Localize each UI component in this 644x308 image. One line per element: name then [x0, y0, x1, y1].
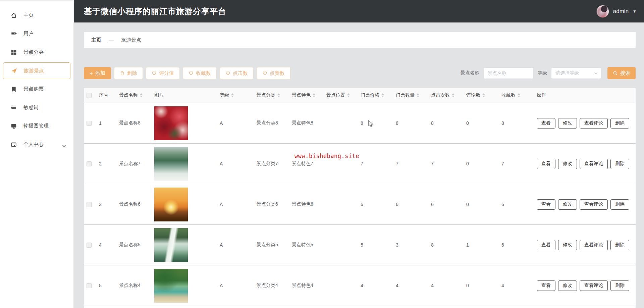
column-header-level[interactable]: 等级	[220, 92, 257, 98]
attraction-level: A	[220, 283, 257, 288]
table-row: 4 景点名称5 A 景点分类5 景点特色5 5 3 8 1 6 查看 修改 查看…	[84, 225, 636, 265]
delete-row-button[interactable]: 删除	[610, 280, 629, 291]
delete-row-button[interactable]: 删除	[610, 159, 629, 169]
delete-row-button[interactable]: 删除	[610, 118, 629, 129]
row-index: 2	[99, 161, 119, 166]
view-comments-button[interactable]: 查看评论	[580, 199, 608, 210]
view-comments-button[interactable]: 查看评论	[580, 240, 608, 250]
sidebar-item-tickets[interactable]: 景点购票	[0, 80, 73, 98]
column-header-price[interactable]: 门票价格	[361, 92, 396, 98]
click-count: 8	[431, 242, 466, 248]
view-comments-button[interactable]: 查看评论	[580, 159, 608, 169]
ticket-quantity: 4	[396, 283, 431, 288]
table-row: 3 景点名称6 A 景点分类6 景点特色6 6 6 6 0 6 查看 修改 查看…	[84, 184, 636, 225]
sidebar-item-users[interactable]: 用户	[0, 24, 73, 43]
clicks-sort-button[interactable]: 点击数	[220, 67, 254, 79]
view-button[interactable]: 查看	[537, 240, 555, 250]
trash-icon	[120, 71, 125, 76]
edit-button[interactable]: 修改	[558, 240, 577, 250]
favorites-sort-button[interactable]: 收藏数	[183, 67, 217, 79]
row-checkbox[interactable]	[87, 161, 92, 166]
table-row: 1 景点名称8 A 景点分类8 景点特色8 8 8 8 0 8 查看 修改 查看…	[84, 103, 636, 144]
attraction-level: A	[220, 161, 257, 166]
score-sort-button[interactable]: 评分值	[146, 67, 180, 79]
edit-button[interactable]: 修改	[558, 280, 577, 291]
add-button[interactable]: + 添加	[84, 67, 111, 79]
sidebar-item-home[interactable]: 主页	[0, 6, 73, 24]
sort-caret-icon[interactable]	[277, 93, 280, 97]
plus-icon: +	[90, 70, 93, 76]
sidebar-item-label: 敏感词	[23, 104, 39, 111]
view-button[interactable]: 查看	[537, 118, 555, 129]
view-button[interactable]: 查看	[537, 280, 555, 291]
click-count: 4	[431, 283, 466, 288]
row-checkbox[interactable]	[87, 243, 92, 248]
view-comments-button[interactable]: 查看评论	[580, 280, 608, 291]
select-all-checkbox[interactable]	[87, 93, 92, 98]
sort-caret-icon[interactable]	[313, 93, 315, 97]
edit-button[interactable]: 修改	[558, 159, 577, 169]
view-button[interactable]: 查看	[537, 159, 555, 169]
delete-button[interactable]: 删除	[114, 67, 143, 79]
sort-caret-icon[interactable]	[381, 93, 384, 97]
delete-row-button[interactable]: 删除	[610, 240, 629, 250]
user-menu[interactable]: admin ▼	[596, 5, 637, 18]
ticket-book-icon	[11, 86, 17, 92]
attraction-image	[154, 269, 188, 303]
sort-caret-icon[interactable]	[417, 93, 419, 97]
level-select[interactable]: 请选择等级	[551, 67, 601, 79]
likes-sort-button[interactable]: 点赞数	[257, 67, 290, 79]
favorite-count: 6	[501, 202, 537, 207]
column-header-comments[interactable]: 评论数	[466, 92, 501, 98]
row-checkbox[interactable]	[87, 202, 92, 207]
ticket-price: 4	[361, 283, 396, 288]
row-index: 5	[99, 283, 119, 288]
table-row: 2 景点名称7 A 景点分类7 景点特色7 7 7 7 0 7 查看 修改 查看…	[84, 144, 636, 184]
view-comments-button[interactable]: 查看评论	[580, 118, 608, 129]
search-area: 景点名称 等级 请选择等级 搜索	[461, 67, 636, 79]
sidebar-item-attractions[interactable]: 旅游景点	[3, 62, 70, 79]
sort-caret-icon[interactable]	[231, 93, 234, 97]
avatar[interactable]	[596, 5, 609, 18]
column-header-feature[interactable]: 景点特色	[292, 92, 326, 98]
delete-row-button[interactable]: 删除	[610, 199, 629, 210]
favorite-count: 8	[501, 120, 537, 126]
name-search-input[interactable]	[483, 67, 534, 79]
ticket-quantity: 8	[396, 120, 431, 126]
attraction-level: A	[220, 120, 257, 126]
column-header-category[interactable]: 景点分类	[257, 92, 292, 98]
attraction-category: 景点分类6	[257, 201, 292, 207]
attraction-category: 景点分类7	[257, 161, 292, 167]
sidebar-item-carousel[interactable]: 轮播图管理	[0, 117, 73, 135]
edit-button[interactable]: 修改	[558, 199, 577, 210]
comment-count: 0	[466, 161, 501, 166]
sort-caret-icon[interactable]	[482, 93, 485, 97]
sidebar-item-categories[interactable]: 景点分类	[0, 43, 73, 61]
column-header-index: 序号	[99, 92, 119, 98]
edit-button[interactable]: 修改	[558, 118, 577, 129]
row-checkbox[interactable]	[87, 121, 92, 126]
sort-caret-icon[interactable]	[347, 93, 350, 97]
attraction-name: 景点名称8	[119, 120, 154, 126]
search-button[interactable]: 搜索	[607, 67, 636, 79]
comment-count: 0	[466, 202, 501, 207]
breadcrumb-separator: —	[109, 37, 114, 43]
row-checkbox[interactable]	[87, 283, 92, 288]
column-header-clicks[interactable]: 点击次数	[431, 92, 466, 98]
comment-count: 0	[466, 283, 501, 288]
row-index: 1	[99, 120, 119, 126]
column-header-favorites[interactable]: 收藏数	[501, 92, 537, 98]
attraction-name: 景点名称5	[119, 242, 154, 248]
breadcrumb-home-link[interactable]: 主页	[91, 37, 101, 43]
sidebar-item-sensitive-words[interactable]: 敏感词	[0, 98, 73, 117]
sort-caret-icon[interactable]	[140, 93, 143, 97]
column-header-quantity[interactable]: 门票数量	[396, 92, 431, 98]
sort-caret-icon[interactable]	[452, 93, 454, 97]
column-header-location[interactable]: 景点位置	[326, 92, 361, 98]
sidebar-item-personal-center[interactable]: 个人中心	[0, 135, 73, 154]
column-header-name[interactable]: 景点名称	[119, 92, 154, 98]
grid-icon	[11, 49, 17, 55]
view-button[interactable]: 查看	[537, 199, 555, 210]
sort-caret-icon[interactable]	[518, 93, 520, 97]
row-index: 3	[99, 202, 119, 207]
